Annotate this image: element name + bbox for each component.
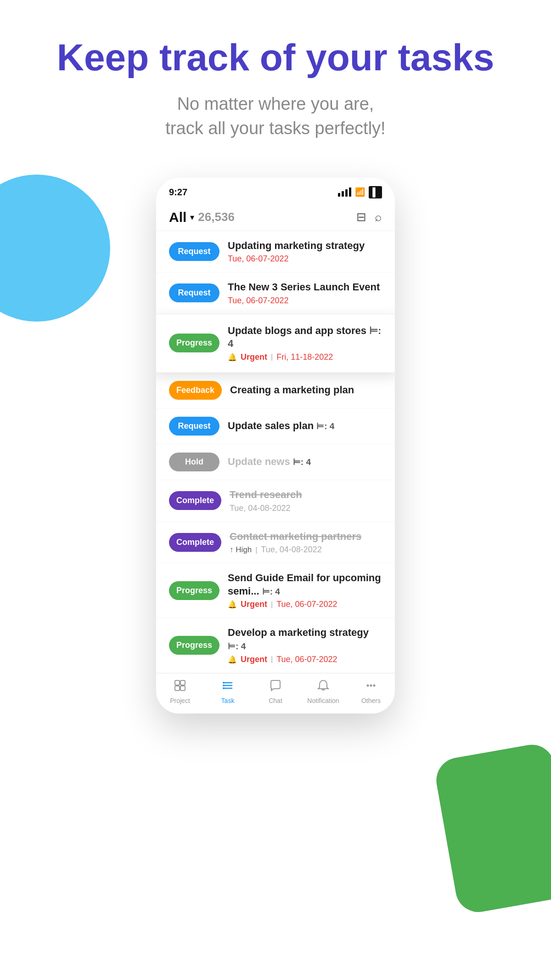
nav-item-task[interactable]: Task — [207, 679, 248, 704]
task-item-highlighted[interactable]: Progress Update blogs and app stores ⊨: … — [156, 314, 395, 373]
subtask-count: ⊨: 4 — [228, 325, 381, 350]
task-item[interactable]: Progress Send Guide Email for upcoming s… — [156, 563, 395, 618]
task-meta: Tue, 06-07-2022 — [228, 254, 382, 264]
task-priority: Urgent — [241, 352, 267, 362]
task-info: Update sales plan ⊨: 4 — [228, 419, 382, 433]
task-item[interactable]: Progress Develop a marketing strategy ⊨:… — [156, 618, 395, 673]
nav-label-notification: Notification — [307, 697, 339, 704]
nav-label-others: Others — [361, 697, 381, 704]
svg-rect-2 — [175, 686, 180, 691]
task-meta: 🔔 Urgent | Fri, 11-18-2022 — [228, 352, 382, 362]
urgent-icon: 🔔 — [228, 655, 237, 664]
svg-point-12 — [373, 684, 376, 686]
battery-icon: ▌ — [369, 186, 382, 198]
phone-mockup-container: 9:27 📶 ▌ All ▾ 26,536 ⊟ ⌕ — [0, 178, 551, 714]
task-title: Develop a marketing strategy ⊨: 4 — [228, 626, 382, 652]
green-shape-decoration — [433, 741, 551, 916]
status-badge-hold: Hold — [169, 453, 219, 471]
nav-label-project: Project — [170, 697, 190, 704]
task-title: Updating marketing strategy — [228, 239, 382, 253]
status-badge-request: Request — [169, 283, 219, 302]
task-priority: ↑ High — [230, 545, 252, 555]
notification-icon — [317, 679, 330, 695]
task-info: Trend research Tue, 04-08-2022 — [230, 488, 382, 513]
task-title: Creating a marketing plan — [230, 384, 382, 397]
task-meta: 🔔 Urgent | Tue, 06-07-2022 — [228, 655, 382, 664]
header-filter-label[interactable]: All — [169, 210, 186, 225]
task-date: Tue, 06-07-2022 — [276, 655, 337, 664]
nav-item-project[interactable]: Project — [159, 679, 201, 704]
subtask-count: ⊨: 4 — [293, 457, 311, 467]
search-icon[interactable]: ⌕ — [375, 210, 382, 224]
task-item[interactable]: Hold Update news ⊨: 4 — [156, 444, 395, 480]
svg-rect-1 — [180, 680, 185, 685]
task-item[interactable]: Complete Trend research Tue, 04-08-2022 — [156, 480, 395, 522]
status-badge-progress: Progress — [169, 334, 219, 352]
task-meta: 🔔 Urgent | Tue, 06-07-2022 — [228, 600, 382, 609]
task-date: Tue, 06-07-2022 — [228, 254, 288, 264]
task-item[interactable]: Request Update sales plan ⊨: 4 — [156, 408, 395, 444]
header-left: All ▾ 26,536 — [169, 210, 235, 225]
status-time: 9:27 — [169, 187, 187, 198]
task-title: Update blogs and app stores ⊨: 4 — [228, 324, 382, 351]
urgent-icon: 🔔 — [228, 353, 237, 362]
status-icons: 📶 ▌ — [338, 186, 382, 198]
task-info: Update blogs and app stores ⊨: 4 🔔 Urgen… — [228, 324, 382, 362]
task-title: Trend research — [230, 488, 382, 502]
status-badge-feedback: Feedback — [169, 381, 222, 400]
task-info: Creating a marketing plan — [230, 384, 382, 397]
status-badge-complete: Complete — [169, 533, 221, 552]
nav-item-chat[interactable]: Chat — [255, 679, 296, 704]
task-title: Contact marketing partners — [230, 530, 382, 544]
signal-icon — [338, 187, 351, 197]
status-badge-request: Request — [169, 242, 219, 261]
status-badge-progress: Progress — [169, 636, 219, 655]
nav-item-others[interactable]: Others — [350, 679, 392, 704]
header-task-count: 26,536 — [198, 210, 235, 224]
task-item[interactable]: Feedback Creating a marketing plan — [156, 373, 395, 408]
task-list: Request Updating marketing strategy Tue,… — [156, 231, 395, 673]
task-date: Tue, 06-07-2022 — [228, 296, 288, 306]
task-date: Tue, 06-07-2022 — [276, 600, 337, 609]
wifi-icon: 📶 — [355, 187, 365, 197]
dropdown-arrow-icon[interactable]: ▾ — [190, 212, 194, 222]
task-info: Updating marketing strategy Tue, 06-07-2… — [228, 239, 382, 264]
nav-item-notification[interactable]: Notification — [303, 679, 344, 704]
task-item[interactable]: Complete Contact marketing partners ↑ Hi… — [156, 522, 395, 564]
task-info: Develop a marketing strategy ⊨: 4 🔔 Urge… — [228, 626, 382, 664]
task-meta: ↑ High | Tue, 04-08-2022 — [230, 545, 382, 555]
task-priority: Urgent — [241, 655, 267, 664]
task-title: The New 3 Series Launch Event — [228, 281, 382, 294]
subtask-count: ⊨: 4 — [316, 421, 334, 431]
phone-mockup: 9:27 📶 ▌ All ▾ 26,536 ⊟ ⌕ — [156, 178, 395, 714]
task-meta: Tue, 06-07-2022 — [228, 296, 382, 306]
header-actions: ⊟ ⌕ — [356, 210, 382, 224]
hero-title: Keep track of your tasks — [18, 37, 533, 78]
app-header: All ▾ 26,536 ⊟ ⌕ — [156, 202, 395, 231]
task-title: Update news ⊨: 4 — [228, 455, 382, 469]
svg-rect-3 — [180, 686, 185, 691]
svg-point-10 — [367, 684, 369, 686]
status-badge-complete: Complete — [169, 491, 221, 510]
task-info: Send Guide Email for upcoming semi... ⊨:… — [228, 572, 382, 609]
svg-rect-0 — [175, 680, 180, 685]
task-priority: Urgent — [241, 600, 267, 609]
subtask-count: ⊨: 4 — [228, 641, 246, 651]
task-date: Tue, 04-08-2022 — [230, 504, 290, 513]
bottom-navigation: Project Task — [156, 673, 395, 714]
urgent-icon: 🔔 — [228, 600, 237, 609]
status-badge-request: Request — [169, 417, 219, 436]
svg-point-7 — [223, 682, 225, 684]
nav-label-task: Task — [221, 697, 235, 704]
task-info: The New 3 Series Launch Event Tue, 06-07… — [228, 281, 382, 306]
others-icon — [365, 679, 377, 695]
task-item[interactable]: Request The New 3 Series Launch Event Tu… — [156, 272, 395, 314]
task-title: Update sales plan ⊨: 4 — [228, 419, 382, 433]
task-item[interactable]: Request Updating marketing strategy Tue,… — [156, 231, 395, 273]
status-badge-progress: Progress — [169, 581, 219, 600]
hero-section: Keep track of your tasks No matter where… — [0, 0, 551, 159]
task-icon — [221, 679, 234, 695]
filter-icon[interactable]: ⊟ — [356, 210, 366, 224]
chat-icon — [269, 679, 282, 695]
nav-label-chat: Chat — [269, 697, 282, 704]
